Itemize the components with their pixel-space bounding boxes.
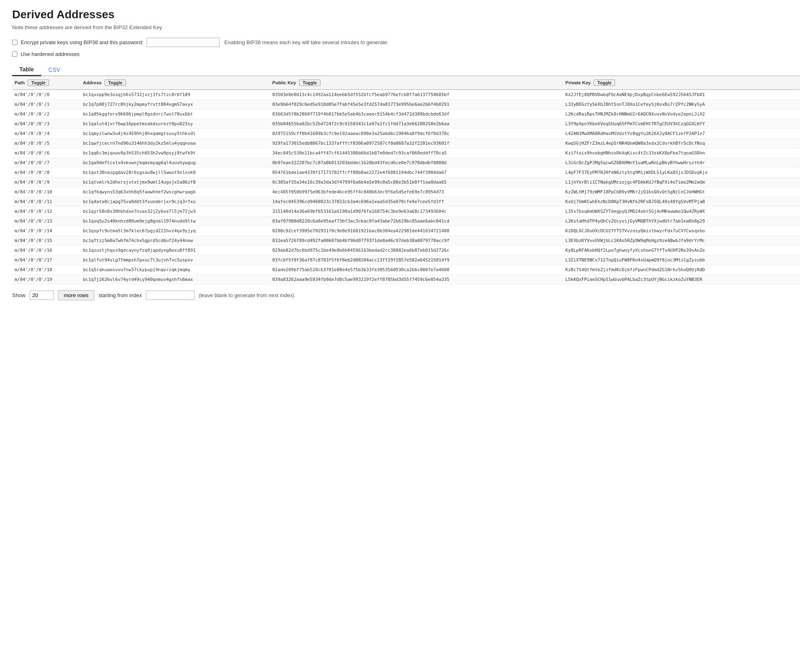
cell-path: m/84'/0'/0'/14 [12, 226, 81, 236]
cell-privkey: Ky8LpRFAKobHQf2Lpo7ghwoyfyXcshoeGTYfTo4U… [563, 246, 800, 255]
cell-address: bc1qvq5u2s40knhzd80um9ejg8gnal1974nuda9l… [81, 216, 270, 226]
cell-address: bc1qftzj5m0a7w6fm74chx5gprd5cd6uf24y44ne… [81, 236, 270, 246]
table-row: m/84'/0'/0'/0 bc1qvxpp9e3usqjh6s5732jvzj… [12, 90, 800, 100]
cell-path: m/84'/0'/0'/6 [12, 148, 81, 158]
tab-table[interactable]: Table [12, 64, 41, 76]
cell-address: bc1qyr58n8x30hkhdxe7nsax32j2y6ve7l5jm72j… [81, 207, 270, 216]
cell-address: bc1q7j2626vl6v74yrd49cy940qnmuv4gxhfs6ma… [81, 275, 270, 285]
show-count-input[interactable] [30, 291, 54, 300]
cell-pubkey: 4ec485f050b9975e063bfede4bce95ff4c040b63… [270, 187, 563, 197]
cell-address: bc1q5rahuaexvvufnw37ckypupj9nqvrzqkjmqmy [81, 265, 270, 275]
cell-address: bc1qa9deftcstx4skvwnjkqmzmyqg6ql4uuxhywg… [81, 158, 270, 168]
hardened-checkbox[interactable] [12, 51, 17, 57]
cell-address: bc1q05kggferx96696jpmpl0gsdnrc7wst78ux6b… [81, 109, 270, 119]
cell-pubkey: 0208c92cef3905e702931f0c9e8e91681921bac8… [270, 226, 563, 236]
privkey-toggle-button[interactable]: Toggle [594, 79, 615, 86]
starting-index-input[interactable] [146, 291, 194, 300]
page-title: Derived Addresses [12, 8, 800, 21]
cell-path: m/84'/0'/0'/3 [12, 119, 81, 129]
cell-address: bc1qwfjcecrn7nd96u3146hh3dy2kz5mlu4yqqnv… [81, 139, 270, 148]
cell-path: m/84'/0'/0'/8 [12, 168, 81, 178]
cell-pubkey: 035b84655ba02bc52bd724f2c9c9158343c1a97a… [270, 119, 563, 129]
table-row: m/84'/0'/0'/3 bc1qalut4jvr76wp16ppetmsak… [12, 119, 800, 129]
cell-path: m/84'/0'/0'/15 [12, 236, 81, 246]
table-row: m/84'/0'/0'/13 bc1qvq5u2s40knhzd80um9ejg… [12, 216, 800, 226]
cell-pubkey: 03663d5f8b2860f719f4b017bb5e5ab4b3caeec9… [270, 109, 563, 119]
cell-address: bc1q7p00j727rc8hjky2mpmyfrvtt804vgmS7axy… [81, 100, 270, 109]
cell-path: m/84'/0'/0'/11 [12, 197, 81, 207]
address-toggle-button[interactable]: Toggle [105, 79, 126, 86]
table-row: m/84'/0'/0'/12 bc1qyr58n8x30hkhdxe7nsax3… [12, 207, 800, 216]
cell-address: bc1qspfc9utma5l3m7klec67pgjd221hvz4qv9yj… [81, 226, 270, 236]
cell-address: bc1qlfut94slg7fmmpsh7pxuc7l3ujvh7vc5uspx… [81, 255, 270, 265]
cell-pubkey: 03e9b64f029c6ed5e910d05e7fabf45e5e3fd257… [270, 100, 563, 109]
table-body: m/84'/0'/0'/0 bc1qvxpp9e3usqjh6s5732jvzj… [12, 90, 800, 285]
cell-privkey: L1jhYkrBli1CTNqkgUMcsojgc4FDAkKUJfBqFXi4… [563, 178, 800, 187]
cell-pubkey: 14afec045396cd9460823c37023cb3a4c696a1ea… [270, 197, 563, 207]
footer-note: (leave blank to generate from next index… [199, 292, 294, 298]
cell-privkey: L35x7bxq6mUWXSZYTdegpyQJMD24okt5GjAnMKew… [563, 207, 800, 216]
cell-path: m/84'/0'/0'/1 [12, 100, 81, 109]
cell-address: bc1q4ata0cjapg75va0ddt3fxunderjxr9cjq3rf… [81, 197, 270, 207]
hardened-label: Use hardened addresses [21, 51, 79, 57]
cell-path: m/84'/0'/0'/4 [12, 129, 81, 139]
col-privkey: Private Key Toggle [563, 76, 800, 90]
tab-bar: Table CSV [12, 64, 800, 76]
table-row: m/84'/0'/0'/14 bc1qspfc9utma5l3m7klec67p… [12, 226, 800, 236]
cell-privkey: KzZWLhMj79zWMF18PpCbB9yVMKr2jQ16sQXvQtSg… [563, 187, 800, 197]
table-row: m/84'/0'/0'/16 bc1qzustjhqxx9gecaynyfzq9… [12, 246, 800, 255]
table-row: m/84'/0'/0'/9 bc1qtvmlrk2dhxrxjstxtjmx9w… [12, 178, 800, 187]
footer-row: Show more rows starting from index (leav… [12, 290, 800, 300]
cell-privkey: L2KstaHhdTP4yQhCv2UcyvijGyVMQBThYXjwdUtr… [563, 216, 800, 226]
page-subtitle: Note these addresses are derived from th… [12, 24, 800, 30]
table-header-row: Path Toggle Address Toggle Public Key To… [12, 76, 800, 90]
cell-privkey: L3ZiXTNE9NCv7127npQiuFW8FKn4xUapmQ9f8joc… [563, 255, 800, 265]
cell-path: m/84'/0'/0'/13 [12, 216, 81, 226]
table-row: m/84'/0'/0'/4 bc1qmyzlwnw3u4j4z459hhj0hx… [12, 129, 800, 139]
cell-privkey: Kwq5GjHZFrZJmzL4ep5rNR4QnmQW8a3xdx2Cdvrk… [563, 139, 800, 148]
cell-privkey: Kx2JfEj8QPBVDwbqFQcAaNE4pjDxpBqyCnbe6EwS… [563, 90, 800, 100]
cell-pubkey: 02975159cff0b41609b3cfc9e192aaeac890e3a2… [270, 129, 563, 139]
path-toggle-button[interactable]: Toggle [28, 79, 49, 86]
cell-address: bc1qvxpp9e3usqjh6s5732jvzj3fs7tzc8r6f189 [81, 90, 270, 100]
cell-address: bc1qmyzlwnw3u4j4z459hhj0hxqamgtsuuy5thks… [81, 129, 270, 139]
cell-pubkey: 0b97eae322207bc7c87a86013203bddec1b28bd4… [270, 158, 563, 168]
cell-pubkey: 929fa173015edb8867bc1337afffcf8306a09725… [270, 139, 563, 148]
cell-pubkey: 03af07908d8220c6a8e95aaf73bf3ac3cbac0fa4… [270, 216, 563, 226]
cell-pubkey: 039a83262aaa9e5934fb9de7d8c5ae993219f2ef… [270, 275, 563, 285]
cell-path: m/84'/0'/0'/10 [12, 187, 81, 197]
cell-pubkey: 032ea5726f89cd492fa00607bb4bf96d0779371d… [270, 236, 563, 246]
col-address: Address Toggle [81, 76, 270, 90]
show-label: Show [12, 292, 26, 298]
encrypt-checkbox[interactable] [12, 40, 17, 45]
cell-privkey: KzBc7S4QtfmtbZjzfmdKcDibfzFpwnCPdmdZG1Nr… [563, 265, 800, 275]
tab-csv[interactable]: CSV [41, 64, 68, 75]
cell-path: m/84'/0'/0'/5 [12, 139, 81, 148]
table-row: m/84'/0'/0'/2 bc1q05kggferx96696jpmpl0gs… [12, 109, 800, 119]
encrypt-option-row: Encrypt private keys using BIP38 and thi… [12, 38, 800, 47]
table-row: m/84'/0'/0'/10 bc1qfkqwyns53q63xhh8q5faa… [12, 187, 800, 197]
cell-path: m/84'/0'/0'/18 [12, 265, 81, 275]
more-rows-button[interactable]: more rows [58, 290, 95, 300]
cell-pubkey: 34ec845c538e11bca4ff47cf61445386b66d1b87… [270, 148, 563, 158]
cell-pubkey: 0c385af35a34e16c39a3da3df4799f6a6b4a5e99… [270, 178, 563, 187]
cell-address: bc1qxt30nazpgdav28r6sgsau8wjll5wwut9xlxx… [81, 168, 270, 178]
cell-pubkey: 054761bde1ae4339f17173702ffcff88b8ae2272… [270, 168, 563, 178]
table-row: m/84'/0'/0'/5 bc1qwfjcecrn7nd96u3146hh3d… [12, 139, 800, 148]
table-row: m/84'/0'/0'/1 bc1q7p00j727rc8hjky2mpmyfr… [12, 100, 800, 109]
cell-pubkey: 03fcbf5f0f36af87c8703f5f6f8eb2d08204acc1… [270, 255, 563, 265]
pubkey-toggle-button[interactable]: Toggle [299, 79, 321, 86]
cell-privkey: L5kKQxFPiaeSCHp51wUuvbPALbaZc3tpUYjNGcik… [563, 275, 800, 285]
encrypt-password-input[interactable] [147, 38, 220, 47]
cell-path: m/84'/0'/0'/2 [12, 109, 81, 119]
cell-privkey: L3EXbzKYVvvUVWjbLc1KAo5RZp9W9qMoHgz9zeAB… [563, 236, 800, 246]
cell-pubkey: 03503e0e0d13c4c1492aa114eebb5df552bfcf5e… [270, 90, 563, 100]
cell-privkey: KzDQL6CJDuUXcDCU2YYT5TVvzosyQmistbwyrFdx… [563, 226, 800, 236]
cell-privkey: L42AN1MwXMA8RdHaxMSVdztYv8qgYu2K26XJy8AC… [563, 129, 800, 139]
cell-address: bc1qzustjhqxx9gecaynyfzq9jqpdyxg8exu8ff8… [81, 246, 270, 255]
table-row: m/84'/0'/0'/19 bc1q7j2626vl6v74yrd49cy94… [12, 275, 800, 285]
col-path: Path Toggle [12, 76, 81, 90]
cell-privkey: Kzi7toix9hvobgHNhsxRkXqKixc4tZc33skKX8pF… [563, 148, 800, 158]
cell-path: m/84'/0'/0'/12 [12, 207, 81, 216]
cell-privkey: KxUj7UmKCwhEhzNcD8KpT3HvNfk2RFsBJ5QL49s4… [563, 197, 800, 207]
